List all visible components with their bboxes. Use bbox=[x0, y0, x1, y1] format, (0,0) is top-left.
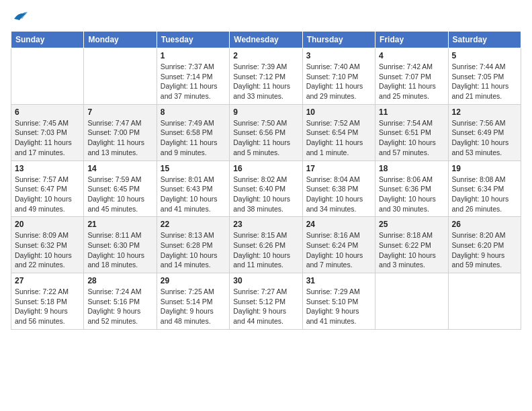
day-info: Sunrise: 7:59 AM Sunset: 6:45 PM Dayligh… bbox=[87, 175, 152, 214]
day-number: 9 bbox=[233, 107, 298, 117]
day-info: Sunrise: 7:25 AM Sunset: 5:14 PM Dayligh… bbox=[161, 287, 226, 326]
day-info: Sunrise: 7:27 AM Sunset: 5:12 PM Dayligh… bbox=[233, 287, 298, 326]
day-info: Sunrise: 8:08 AM Sunset: 6:34 PM Dayligh… bbox=[452, 175, 517, 214]
calendar-cell: 27Sunrise: 7:22 AM Sunset: 5:18 PM Dayli… bbox=[11, 273, 84, 330]
day-number: 15 bbox=[161, 164, 226, 173]
calendar-cell: 7Sunrise: 7:47 AM Sunset: 7:00 PM Daylig… bbox=[84, 104, 157, 161]
day-number: 17 bbox=[306, 164, 371, 173]
calendar-cell: 25Sunrise: 8:18 AM Sunset: 6:22 PM Dayli… bbox=[375, 217, 448, 273]
day-info: Sunrise: 7:45 AM Sunset: 7:03 PM Dayligh… bbox=[15, 118, 80, 158]
day-number: 8 bbox=[161, 107, 226, 117]
day-info: Sunrise: 8:06 AM Sunset: 6:36 PM Dayligh… bbox=[379, 175, 444, 214]
day-number: 22 bbox=[161, 220, 226, 229]
day-number: 21 bbox=[87, 220, 152, 229]
day-number: 2 bbox=[233, 51, 298, 60]
calendar-cell: 23Sunrise: 8:15 AM Sunset: 6:26 PM Dayli… bbox=[230, 217, 302, 273]
day-info: Sunrise: 8:09 AM Sunset: 6:32 PM Dayligh… bbox=[15, 230, 80, 270]
day-info: Sunrise: 8:01 AM Sunset: 6:43 PM Dayligh… bbox=[161, 175, 226, 214]
calendar-cell bbox=[84, 48, 157, 105]
day-info: Sunrise: 7:24 AM Sunset: 5:16 PM Dayligh… bbox=[87, 287, 152, 326]
calendar-week-row: 1Sunrise: 7:37 AM Sunset: 7:14 PM Daylig… bbox=[11, 48, 521, 105]
calendar-cell: 16Sunrise: 8:02 AM Sunset: 6:40 PM Dayli… bbox=[230, 161, 302, 217]
calendar-cell: 29Sunrise: 7:25 AM Sunset: 5:14 PM Dayli… bbox=[157, 273, 229, 330]
day-number: 16 bbox=[233, 164, 298, 173]
calendar-cell: 19Sunrise: 8:08 AM Sunset: 6:34 PM Dayli… bbox=[448, 161, 521, 217]
calendar-cell: 8Sunrise: 7:49 AM Sunset: 6:58 PM Daylig… bbox=[157, 104, 229, 161]
calendar-cell: 30Sunrise: 7:27 AM Sunset: 5:12 PM Dayli… bbox=[230, 273, 302, 330]
calendar-cell bbox=[375, 273, 448, 330]
day-header-saturday: Saturday bbox=[448, 32, 521, 48]
day-info: Sunrise: 8:16 AM Sunset: 6:24 PM Dayligh… bbox=[306, 230, 371, 270]
calendar-week-row: 6Sunrise: 7:45 AM Sunset: 7:03 PM Daylig… bbox=[11, 104, 521, 161]
day-info: Sunrise: 7:50 AM Sunset: 6:56 PM Dayligh… bbox=[233, 118, 298, 158]
page-header bbox=[11, 11, 521, 24]
day-info: Sunrise: 8:02 AM Sunset: 6:40 PM Dayligh… bbox=[233, 175, 298, 214]
day-number: 5 bbox=[452, 51, 517, 60]
calendar-cell: 24Sunrise: 8:16 AM Sunset: 6:24 PM Dayli… bbox=[302, 217, 375, 273]
day-number: 28 bbox=[87, 276, 152, 285]
calendar-cell: 18Sunrise: 8:06 AM Sunset: 6:36 PM Dayli… bbox=[375, 161, 448, 217]
day-number: 3 bbox=[306, 51, 371, 60]
day-header-sunday: Sunday bbox=[11, 32, 84, 48]
day-number: 4 bbox=[379, 51, 444, 60]
calendar-cell: 17Sunrise: 8:04 AM Sunset: 6:38 PM Dayli… bbox=[302, 161, 375, 217]
day-number: 25 bbox=[379, 220, 444, 229]
calendar-cell: 6Sunrise: 7:45 AM Sunset: 7:03 PM Daylig… bbox=[11, 104, 84, 161]
day-info: Sunrise: 7:42 AM Sunset: 7:07 PM Dayligh… bbox=[379, 62, 444, 101]
day-info: Sunrise: 8:04 AM Sunset: 6:38 PM Dayligh… bbox=[306, 175, 371, 214]
calendar-week-row: 20Sunrise: 8:09 AM Sunset: 6:32 PM Dayli… bbox=[11, 217, 521, 273]
day-info: Sunrise: 7:57 AM Sunset: 6:47 PM Dayligh… bbox=[15, 175, 80, 214]
day-number: 6 bbox=[15, 107, 80, 117]
day-info: Sunrise: 7:44 AM Sunset: 7:05 PM Dayligh… bbox=[452, 62, 517, 101]
day-header-wednesday: Wednesday bbox=[230, 32, 302, 48]
calendar-cell: 28Sunrise: 7:24 AM Sunset: 5:16 PM Dayli… bbox=[84, 273, 157, 330]
day-number: 18 bbox=[379, 164, 444, 173]
day-header-friday: Friday bbox=[375, 32, 448, 48]
day-number: 13 bbox=[15, 164, 80, 173]
calendar-cell: 22Sunrise: 8:13 AM Sunset: 6:28 PM Dayli… bbox=[157, 217, 229, 273]
calendar-cell: 4Sunrise: 7:42 AM Sunset: 7:07 PM Daylig… bbox=[375, 48, 448, 105]
calendar-cell: 26Sunrise: 8:20 AM Sunset: 6:20 PM Dayli… bbox=[448, 217, 521, 273]
day-number: 14 bbox=[87, 164, 152, 173]
calendar-cell: 11Sunrise: 7:54 AM Sunset: 6:51 PM Dayli… bbox=[375, 104, 448, 161]
calendar-cell: 12Sunrise: 7:56 AM Sunset: 6:49 PM Dayli… bbox=[448, 104, 521, 161]
calendar-cell: 3Sunrise: 7:40 AM Sunset: 7:10 PM Daylig… bbox=[302, 48, 375, 105]
day-number: 20 bbox=[15, 220, 80, 229]
calendar-cell: 2Sunrise: 7:39 AM Sunset: 7:12 PM Daylig… bbox=[230, 48, 302, 105]
day-number: 12 bbox=[452, 107, 517, 117]
calendar-cell: 5Sunrise: 7:44 AM Sunset: 7:05 PM Daylig… bbox=[448, 48, 521, 105]
day-info: Sunrise: 7:49 AM Sunset: 6:58 PM Dayligh… bbox=[161, 118, 226, 158]
calendar-cell: 15Sunrise: 8:01 AM Sunset: 6:43 PM Dayli… bbox=[157, 161, 229, 217]
day-info: Sunrise: 8:13 AM Sunset: 6:28 PM Dayligh… bbox=[161, 230, 226, 270]
day-info: Sunrise: 8:11 AM Sunset: 6:30 PM Dayligh… bbox=[87, 230, 152, 270]
day-info: Sunrise: 7:40 AM Sunset: 7:10 PM Dayligh… bbox=[306, 62, 371, 101]
day-number: 29 bbox=[161, 276, 226, 285]
day-number: 27 bbox=[15, 276, 80, 285]
calendar-cell: 9Sunrise: 7:50 AM Sunset: 6:56 PM Daylig… bbox=[230, 104, 302, 161]
calendar-cell: 31Sunrise: 7:29 AM Sunset: 5:10 PM Dayli… bbox=[302, 273, 375, 330]
logo bbox=[11, 11, 28, 24]
day-info: Sunrise: 8:20 AM Sunset: 6:20 PM Dayligh… bbox=[452, 230, 517, 270]
day-info: Sunrise: 8:15 AM Sunset: 6:26 PM Dayligh… bbox=[233, 230, 298, 270]
day-info: Sunrise: 7:54 AM Sunset: 6:51 PM Dayligh… bbox=[379, 118, 444, 158]
day-info: Sunrise: 7:56 AM Sunset: 6:49 PM Dayligh… bbox=[452, 118, 517, 158]
day-number: 31 bbox=[306, 276, 371, 285]
calendar-cell bbox=[448, 273, 521, 330]
calendar-week-row: 13Sunrise: 7:57 AM Sunset: 6:47 PM Dayli… bbox=[11, 161, 521, 217]
calendar-week-row: 27Sunrise: 7:22 AM Sunset: 5:18 PM Dayli… bbox=[11, 273, 521, 330]
logo-icon bbox=[13, 11, 28, 24]
calendar-cell: 20Sunrise: 8:09 AM Sunset: 6:32 PM Dayli… bbox=[11, 217, 84, 273]
day-info: Sunrise: 7:47 AM Sunset: 7:00 PM Dayligh… bbox=[87, 118, 152, 158]
calendar-cell: 13Sunrise: 7:57 AM Sunset: 6:47 PM Dayli… bbox=[11, 161, 84, 217]
calendar-cell: 1Sunrise: 7:37 AM Sunset: 7:14 PM Daylig… bbox=[157, 48, 229, 105]
day-number: 24 bbox=[306, 220, 371, 229]
calendar-table: SundayMondayTuesdayWednesdayThursdayFrid… bbox=[11, 31, 521, 330]
calendar-cell: 21Sunrise: 8:11 AM Sunset: 6:30 PM Dayli… bbox=[84, 217, 157, 273]
day-info: Sunrise: 7:39 AM Sunset: 7:12 PM Dayligh… bbox=[233, 62, 298, 101]
calendar-cell: 10Sunrise: 7:52 AM Sunset: 6:54 PM Dayli… bbox=[302, 104, 375, 161]
day-number: 30 bbox=[233, 276, 298, 285]
calendar-header-row: SundayMondayTuesdayWednesdayThursdayFrid… bbox=[11, 32, 521, 48]
day-header-thursday: Thursday bbox=[302, 32, 375, 48]
day-number: 19 bbox=[452, 164, 517, 173]
day-info: Sunrise: 7:37 AM Sunset: 7:14 PM Dayligh… bbox=[161, 62, 226, 101]
